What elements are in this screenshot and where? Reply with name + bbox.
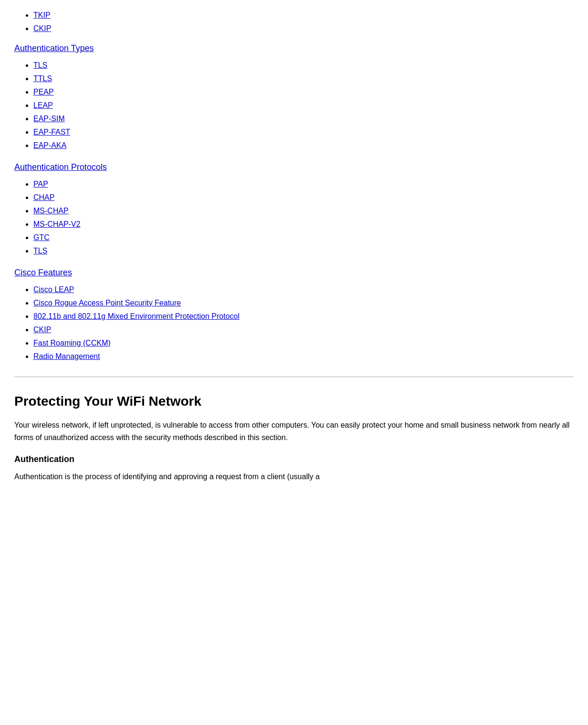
list-item: EAP-FAST — [33, 126, 574, 138]
eap-fast-link[interactable]: EAP-FAST — [33, 128, 70, 136]
top-links-section: TKIP CKIP — [14, 10, 574, 34]
authentication-types-list: TLS TTLS PEAP LEAP EAP-SIM EAP-FAST EAP-… — [14, 60, 574, 151]
list-item: CKIP — [33, 324, 574, 336]
list-item: 802.11b and 802.11g Mixed Environment Pr… — [33, 311, 574, 322]
list-item: Cisco Rogue Access Point Security Featur… — [33, 297, 574, 309]
list-item: TTLS — [33, 73, 574, 84]
peap-link[interactable]: PEAP — [33, 88, 54, 96]
list-item: PEAP — [33, 86, 574, 98]
authentication-protocols-heading[interactable]: Authentication Protocols — [14, 161, 107, 174]
list-item: GTC — [33, 232, 574, 243]
cisco-rogue-link[interactable]: Cisco Rogue Access Point Security Featur… — [33, 299, 181, 307]
list-item: MS-CHAP-V2 — [33, 219, 574, 230]
ms-chap-v2-link[interactable]: MS-CHAP-V2 — [33, 220, 81, 228]
authentication-types-section: Authentication Types TLS TTLS PEAP LEAP … — [14, 42, 574, 151]
cisco-features-list: Cisco LEAP Cisco Rogue Access Point Secu… — [14, 284, 574, 362]
authentication-subheading: Authentication — [14, 453, 574, 466]
list-item: TLS — [33, 60, 574, 71]
authentication-body: Authentication is the process of identif… — [14, 471, 574, 483]
authentication-types-heading[interactable]: Authentication Types — [14, 42, 94, 55]
chap-link[interactable]: CHAP — [33, 193, 54, 201]
list-item: CKIP — [33, 23, 574, 34]
list-item: MS-CHAP — [33, 205, 574, 217]
fast-roaming-link[interactable]: Fast Roaming (CCKM) — [33, 339, 111, 347]
list-item: TLS — [33, 245, 574, 257]
ms-chap-link[interactable]: MS-CHAP — [33, 207, 69, 215]
radio-management-link[interactable]: Radio Management — [33, 352, 100, 360]
list-item: EAP-SIM — [33, 113, 574, 125]
80211-protocol-link[interactable]: 802.11b and 802.11g Mixed Environment Pr… — [33, 312, 239, 320]
cisco-features-heading[interactable]: Cisco Features — [14, 266, 72, 279]
tls-link[interactable]: TLS — [33, 61, 47, 69]
list-item: LEAP — [33, 100, 574, 111]
pap-link[interactable]: PAP — [33, 180, 48, 188]
list-item: Fast Roaming (CCKM) — [33, 337, 574, 349]
ttls-link[interactable]: TTLS — [33, 74, 52, 83]
main-content-section: Protecting Your WiFi Network Your wirele… — [14, 391, 574, 483]
list-item: Cisco LEAP — [33, 284, 574, 295]
gtc-link[interactable]: GTC — [33, 233, 50, 242]
cisco-features-section: Cisco Features Cisco LEAP Cisco Rogue Ac… — [14, 266, 574, 362]
intro-paragraph: Your wireless network, if left unprotect… — [14, 419, 574, 443]
authentication-protocols-list: PAP CHAP MS-CHAP MS-CHAP-V2 GTC TLS — [14, 179, 574, 257]
divider — [14, 377, 574, 377]
list-item: PAP — [33, 179, 574, 190]
cisco-leap-link[interactable]: Cisco LEAP — [33, 285, 74, 294]
authentication-protocols-section: Authentication Protocols PAP CHAP MS-CHA… — [14, 161, 574, 257]
leap-link[interactable]: LEAP — [33, 101, 53, 109]
list-item: CHAP — [33, 192, 574, 203]
page-title: Protecting Your WiFi Network — [14, 391, 574, 411]
eap-sim-link[interactable]: EAP-SIM — [33, 115, 65, 123]
tls-protocol-link[interactable]: TLS — [33, 247, 47, 255]
ckip-cisco-link[interactable]: CKIP — [33, 326, 51, 334]
eap-aka-link[interactable]: EAP-AKA — [33, 141, 66, 149]
list-item: EAP-AKA — [33, 140, 574, 151]
top-links-list: TKIP CKIP — [14, 10, 574, 34]
tkip-link[interactable]: TKIP — [33, 11, 51, 19]
list-item: TKIP — [33, 10, 574, 21]
ckip-link[interactable]: CKIP — [33, 24, 51, 32]
list-item: Radio Management — [33, 351, 574, 362]
